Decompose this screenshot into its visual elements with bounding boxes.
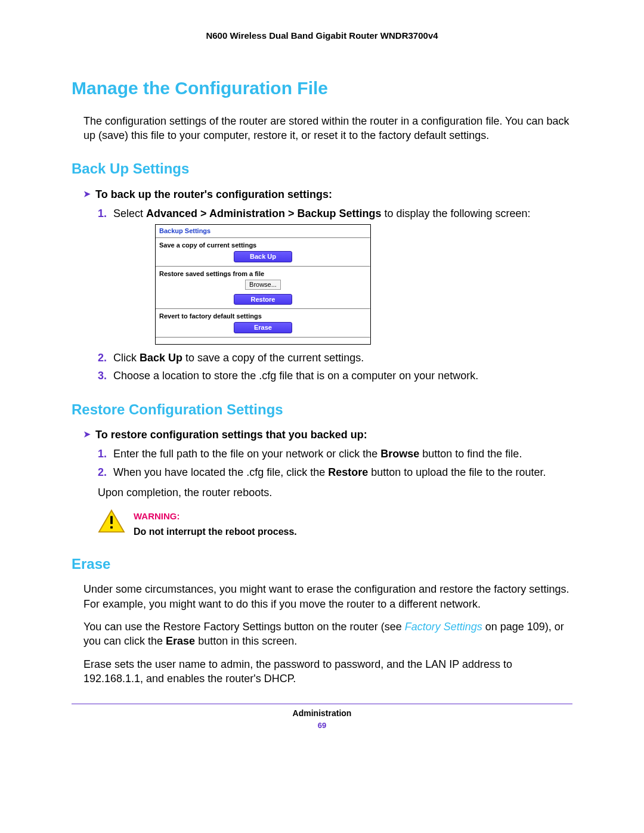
panel-row-save-copy: Save a copy of current settings — [156, 239, 370, 250]
step-text: button to upload the file to the router. — [368, 466, 546, 478]
backup-settings-panel: Backup Settings Save a copy of current s… — [155, 224, 371, 345]
erase-bold: Erase — [166, 635, 195, 647]
intro-paragraph: The configuration settings of the router… — [83, 114, 572, 143]
panel-row-revert: Revert to factory default settings — [156, 309, 370, 321]
footer-rule — [72, 704, 572, 704]
triangle-bullet-icon: ➤ — [83, 428, 91, 441]
step-text: Select — [113, 208, 146, 219]
warning-text-group: WARNING: Do not interrupt the reboot pro… — [134, 509, 297, 538]
warning-body: Do not interrupt the reboot process. — [134, 525, 297, 538]
panel-title: Backup Settings — [156, 225, 370, 237]
restore-steps: Enter the full path to the file on your … — [98, 447, 572, 479]
heading-backup: Back Up Settings — [72, 159, 572, 178]
heading-erase: Erase — [72, 555, 572, 574]
footer-section-title: Administration — [72, 708, 572, 719]
restore-step-1: Enter the full path to the file on your … — [98, 447, 572, 461]
erase-p2-text: button in this screen. — [195, 635, 297, 647]
erase-button[interactable]: Erase — [234, 322, 292, 333]
footer: Administration 69 — [72, 708, 572, 730]
panel-spacer — [156, 338, 370, 344]
step-bold: Advanced > Administration > Backup Setti… — [146, 208, 381, 219]
step-text: Enter the full path to the file on your … — [113, 448, 380, 460]
back-up-button[interactable]: Back Up — [234, 251, 292, 262]
warning-triangle-icon — [98, 509, 125, 533]
task-lead-restore: ➤ To restore configuration settings that… — [83, 428, 572, 442]
step-text: button to find the file. — [419, 448, 522, 460]
task-lead-backup: ➤ To back up the router's configuration … — [83, 187, 572, 202]
step-text: When you have located the .cfg file, cli… — [113, 466, 328, 478]
backup-step-1: Select Advanced > Administration > Backu… — [98, 206, 572, 345]
panel-button-row: Back Up — [156, 250, 370, 266]
erase-p2-text: You can use the Restore Factory Settings… — [83, 621, 405, 633]
panel-button-row: Erase — [156, 321, 370, 337]
panel-button-row: Browse... Restore — [156, 278, 370, 309]
heading-restore: Restore Configuration Settings — [72, 400, 572, 419]
footer-page-number: 69 — [72, 720, 572, 731]
task-lead-text: To back up the router's configuration se… — [95, 187, 332, 202]
browse-button[interactable]: Browse... — [245, 280, 281, 290]
upon-completion-text: Upon completion, the router reboots. — [98, 485, 572, 500]
step-bold: Back Up — [140, 352, 182, 364]
warning-label: WARNING: — [134, 510, 297, 522]
factory-settings-link[interactable]: Factory Settings — [405, 621, 482, 633]
triangle-bullet-icon: ➤ — [83, 187, 91, 200]
step-text: to display the following screen: — [381, 208, 530, 219]
document-page: N600 Wireless Dual Band Gigabit Router W… — [0, 0, 644, 833]
task-lead-text: To restore configuration settings that y… — [95, 428, 367, 442]
page-title-h1: Manage the Configuration File — [72, 76, 572, 101]
backup-steps: Select Advanced > Administration > Backu… — [98, 206, 572, 383]
restore-button[interactable]: Restore — [234, 294, 292, 305]
erase-paragraph-2: You can use the Restore Factory Settings… — [83, 620, 572, 649]
step-bold: Browse — [380, 448, 419, 460]
erase-paragraph-1: Under some circumstances, you might want… — [83, 582, 572, 611]
restore-step-2: When you have located the .cfg file, cli… — [98, 465, 572, 479]
screenshot-panel-wrap: Backup Settings Save a copy of current s… — [155, 224, 572, 345]
step-bold: Restore — [328, 466, 368, 478]
warning-box: WARNING: Do not interrupt the reboot pro… — [98, 509, 572, 538]
backup-step-2: Click Back Up to save a copy of the curr… — [98, 351, 572, 365]
backup-step-3: Choose a location to store the .cfg file… — [98, 368, 572, 383]
svg-rect-1 — [110, 516, 113, 524]
svg-rect-2 — [110, 527, 113, 529]
step-text: Click — [113, 352, 140, 364]
erase-paragraph-3: Erase sets the user name to admin, the p… — [83, 657, 572, 686]
doc-header: N600 Wireless Dual Band Gigabit Router W… — [72, 30, 572, 42]
step-text: to save a copy of the current settings. — [182, 352, 364, 364]
panel-row-restore: Restore saved settings from a file — [156, 267, 370, 278]
